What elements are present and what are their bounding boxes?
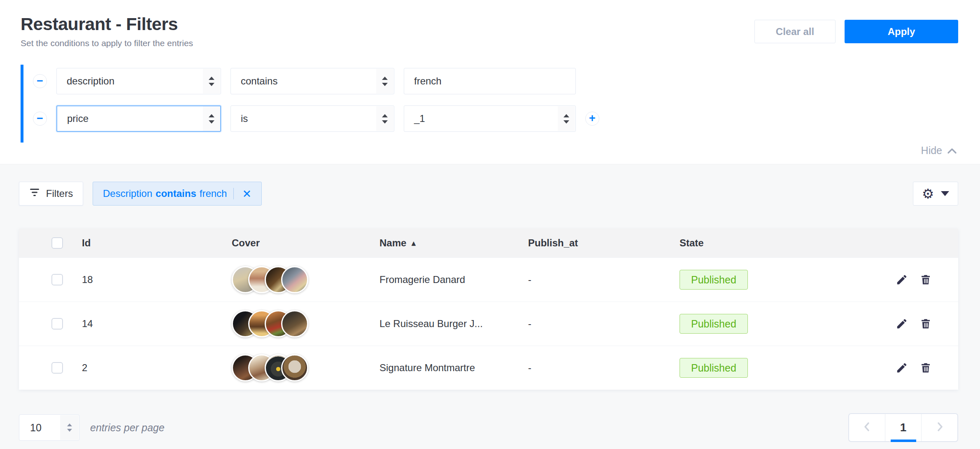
select-stepper-icon (60, 415, 79, 440)
table-row[interactable]: 14 Le Ruisseau Burger J... - Published (19, 302, 958, 346)
filters-button-label: Filters (46, 188, 73, 199)
cell-id: 14 (67, 318, 232, 330)
cell-publish-at: - (528, 274, 680, 285)
chevron-right-icon (934, 421, 945, 434)
filter-value-input[interactable]: french (404, 68, 576, 94)
column-header-publish-at[interactable]: Publish_at (528, 237, 680, 249)
remove-filter-button[interactable]: − (33, 74, 47, 88)
filter-value-text: _1 (414, 113, 425, 124)
settings-dropdown-button[interactable]: ⚙ (913, 182, 958, 206)
cover-image-stack (232, 354, 379, 381)
filter-field-value: description (67, 75, 114, 87)
filter-field-select[interactable]: description (56, 68, 221, 94)
edit-icon[interactable] (895, 361, 909, 375)
apply-button[interactable]: Apply (845, 20, 958, 43)
trash-icon[interactable] (919, 273, 933, 287)
sort-asc-icon: ▲ (411, 240, 416, 246)
next-page-button[interactable] (921, 414, 957, 441)
filter-operator-value: is (241, 113, 248, 124)
select-stepper-icon (376, 106, 393, 131)
filter-field-select-focused[interactable]: price (56, 105, 221, 132)
hide-label: Hide (921, 145, 942, 157)
column-header-name[interactable]: Name ▲ (379, 237, 528, 249)
entries-per-page-value: 10 (30, 422, 42, 434)
filter-row: − description contains french (33, 68, 958, 94)
caret-down-icon (941, 191, 949, 196)
active-filter-chip[interactable]: Description contains french ✕ (93, 182, 262, 206)
pagination: 1 (848, 413, 958, 442)
filter-icon (29, 188, 40, 199)
previous-page-button[interactable] (849, 414, 885, 441)
filter-field-value: price (67, 113, 88, 124)
cell-publish-at: - (528, 318, 680, 330)
filter-operator-select[interactable]: contains (230, 68, 394, 94)
status-badge: Published (680, 358, 748, 378)
cover-image (281, 354, 308, 381)
cell-name: Fromagerie Danard (379, 274, 528, 285)
cell-id: 18 (67, 274, 232, 285)
list-view-section: Filters Description contains french ✕ ⚙ … (0, 164, 980, 449)
cover-image (281, 310, 308, 337)
select-stepper-icon (376, 69, 393, 94)
page-subtitle: Set the conditions to apply to filter th… (21, 38, 193, 48)
filter-value-select[interactable]: _1 (404, 105, 576, 132)
select-stepper-icon (203, 69, 220, 94)
hide-filters-link[interactable]: Hide (921, 145, 957, 157)
row-checkbox[interactable] (51, 318, 63, 330)
chevron-left-icon (862, 421, 873, 434)
close-icon[interactable]: ✕ (240, 187, 254, 200)
page-number-button[interactable]: 1 (885, 414, 921, 441)
cover-image-stack (232, 266, 379, 293)
filter-operator-value: contains (241, 75, 277, 87)
page-header: Restaurant - Filters Set the conditions … (21, 14, 193, 48)
chip-divider (233, 188, 234, 199)
filter-value-text: french (414, 75, 442, 87)
clear-all-button[interactable]: Clear all (754, 20, 836, 43)
filters-panel: Restaurant - Filters Set the conditions … (0, 0, 980, 164)
table-row[interactable]: 18 Fromagerie Danard - Published (19, 257, 958, 302)
current-page-number: 1 (900, 421, 907, 434)
entries-table: Id Cover Name ▲ Publish_at State 18 From… (19, 229, 958, 390)
filters-button[interactable]: Filters (19, 182, 83, 206)
cell-name: Signature Montmartre (379, 362, 528, 374)
page-title: Restaurant - Filters (21, 14, 193, 34)
chip-operator: contains (156, 188, 196, 199)
cell-name: Le Ruisseau Burger J... (379, 318, 528, 330)
chip-value: french (200, 188, 227, 199)
filter-builder: − description contains french − price is (21, 65, 958, 143)
cell-publish-at: - (528, 362, 680, 374)
select-stepper-icon (558, 106, 575, 131)
row-checkbox[interactable] (51, 274, 63, 285)
column-header-id[interactable]: Id (67, 237, 232, 249)
edit-icon[interactable] (895, 317, 909, 331)
trash-icon[interactable] (919, 317, 933, 331)
select-all-checkbox[interactable] (51, 237, 63, 249)
table-row[interactable]: 2 Signature Montmartre - Published (19, 346, 958, 390)
chevron-up-icon (947, 145, 957, 157)
chip-field: Description (103, 188, 152, 199)
entries-per-page-select[interactable]: 10 (19, 414, 79, 441)
status-badge: Published (680, 314, 748, 334)
select-stepper-icon (203, 106, 220, 131)
remove-filter-button[interactable]: − (33, 112, 47, 126)
add-filter-button[interactable]: + (585, 112, 599, 126)
entries-per-page-label: entries per page (90, 422, 165, 434)
cover-image-stack (232, 310, 379, 337)
trash-icon[interactable] (919, 361, 933, 375)
filter-row: − price is _1 + (33, 105, 958, 132)
column-header-state[interactable]: State (680, 237, 876, 249)
cover-image (281, 266, 308, 293)
table-header-row: Id Cover Name ▲ Publish_at State (19, 229, 958, 257)
row-checkbox[interactable] (51, 362, 63, 374)
gear-icon: ⚙ (922, 187, 934, 201)
column-header-cover: Cover (232, 237, 379, 249)
active-page-indicator (891, 440, 916, 442)
edit-icon[interactable] (895, 273, 909, 287)
cell-id: 2 (67, 362, 232, 374)
status-badge: Published (680, 270, 748, 290)
filter-operator-select[interactable]: is (230, 105, 394, 132)
